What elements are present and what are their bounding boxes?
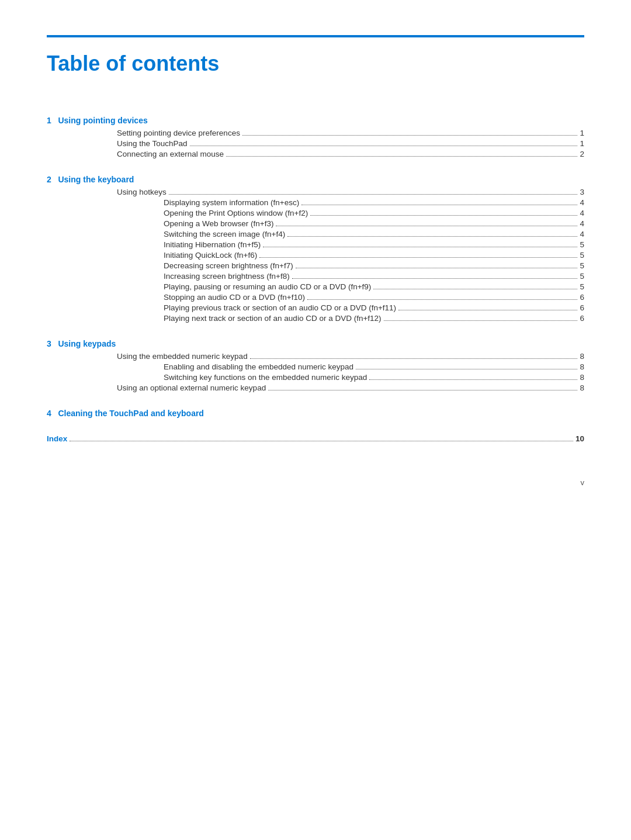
toc-label: Displaying system information (fn+esc) — [164, 198, 299, 207]
toc-dots — [259, 257, 577, 258]
toc-page: 5 — [580, 261, 584, 270]
section-4-title: Cleaning the TouchPad and keyboard — [58, 409, 203, 418]
toc-dots — [373, 289, 577, 289]
toc-entry[interactable]: Initiating QuickLock (fn+f6) 5 — [47, 251, 584, 260]
toc-dots — [369, 379, 577, 380]
toc-page: 8 — [580, 352, 584, 361]
index-page: 10 — [575, 434, 584, 443]
toc-page: 6 — [580, 293, 584, 302]
toc-dots — [398, 310, 577, 310]
toc-label: Using an optional external numeric keypa… — [117, 383, 266, 392]
toc-dots — [276, 226, 577, 226]
toc-dots — [263, 247, 577, 247]
toc-dots — [310, 215, 577, 216]
toc-dots — [226, 156, 577, 157]
toc-entry[interactable]: Using the TouchPad 1 — [47, 139, 584, 148]
toc-entry[interactable]: Playing, pausing or resuming an audio CD… — [47, 282, 584, 291]
toc-page: 6 — [580, 303, 584, 312]
toc-dots — [384, 320, 578, 321]
toc-dots — [287, 236, 577, 237]
toc-entry[interactable]: Using the embedded numeric keypad 8 — [47, 352, 584, 361]
index-entry[interactable]: Index 10 — [47, 434, 584, 443]
toc-label: Using hotkeys — [117, 188, 167, 196]
toc-label: Stopping an audio CD or a DVD (fn+f10) — [164, 293, 305, 302]
toc-page: 1 — [580, 129, 584, 137]
footer-page-number: v — [581, 478, 585, 487]
toc-label: Opening a Web browser (fn+f3) — [164, 219, 273, 228]
section-3-heading[interactable]: 3 Using keypads — [47, 339, 584, 348]
toc-label: Increasing screen brightness (fn+f8) — [164, 272, 290, 281]
toc-dots — [296, 268, 578, 268]
toc-page: 3 — [580, 188, 584, 196]
toc-page: 6 — [580, 314, 584, 323]
toc-page: 2 — [580, 150, 584, 158]
toc-label: Switching key functions on the embedded … — [164, 373, 367, 382]
toc-label: Using the TouchPad — [117, 139, 188, 148]
index-label: Index — [47, 434, 67, 443]
section-2-title: Using the keyboard — [58, 175, 134, 184]
toc-label: Connecting an external mouse — [117, 150, 224, 158]
toc-page: 5 — [580, 240, 584, 249]
toc-label: Enabling and disabling the embedded nume… — [164, 362, 353, 371]
toc-dots — [301, 205, 577, 205]
toc-label: Playing next track or section of an audi… — [164, 314, 382, 323]
section-2-heading[interactable]: 2 Using the keyboard — [47, 175, 584, 184]
toc-entry[interactable]: Enabling and disabling the embedded nume… — [47, 362, 584, 371]
toc-dots — [356, 369, 578, 369]
toc-page: 5 — [580, 251, 584, 260]
toc-entry[interactable]: Opening a Web browser (fn+f3) 4 — [47, 219, 584, 228]
toc-label: Using the embedded numeric keypad — [117, 352, 248, 361]
toc-page: 5 — [580, 272, 584, 281]
toc-page: 4 — [580, 198, 584, 207]
toc-dots — [190, 146, 578, 146]
section-3-number: 3 — [47, 339, 51, 348]
toc-entry[interactable]: Increasing screen brightness (fn+f8) 5 — [47, 272, 584, 281]
toc-label: Decreasing screen brightness (fn+f7) — [164, 261, 293, 270]
toc-section-2: 2 Using the keyboard Using hotkeys 3 Dis… — [47, 175, 584, 323]
toc-page: 4 — [580, 209, 584, 217]
toc-label: Playing, pausing or resuming an audio CD… — [164, 282, 371, 291]
toc-page: 8 — [580, 383, 584, 392]
toc-entry[interactable]: Switching the screen image (fn+f4) 4 — [47, 230, 584, 238]
toc-page: 8 — [580, 362, 584, 371]
toc-label: Setting pointing device preferences — [117, 129, 240, 137]
toc-section-3: 3 Using keypads Using the embedded numer… — [47, 339, 584, 392]
toc-page: 4 — [580, 230, 584, 238]
toc-entry[interactable]: Playing previous track or section of an … — [47, 303, 584, 312]
section-1-number: 1 — [47, 116, 51, 125]
toc-dots — [307, 299, 577, 300]
toc-entry[interactable]: Switching key functions on the embedded … — [47, 373, 584, 382]
toc-page: 4 — [580, 219, 584, 228]
toc-entry[interactable]: Playing next track or section of an audi… — [47, 314, 584, 323]
toc-label: Initiating QuickLock (fn+f6) — [164, 251, 257, 260]
toc-entry[interactable]: Using an optional external numeric keypa… — [47, 383, 584, 392]
toc-section-4: 4 Cleaning the TouchPad and keyboard — [47, 409, 584, 418]
toc-page: 5 — [580, 282, 584, 291]
toc-label: Initiating Hibernation (fn+f5) — [164, 240, 261, 249]
page-title: Table of contents — [47, 51, 584, 81]
toc-entry[interactable]: Opening the Print Options window (fn+f2)… — [47, 209, 584, 217]
toc-entry[interactable]: Initiating Hibernation (fn+f5) 5 — [47, 240, 584, 249]
toc-dots — [250, 358, 578, 359]
toc-dots — [169, 194, 578, 195]
section-4-heading[interactable]: 4 Cleaning the TouchPad and keyboard — [47, 409, 584, 418]
toc-entry[interactable]: Decreasing screen brightness (fn+f7) 5 — [47, 261, 584, 270]
page-footer: v — [47, 478, 584, 487]
toc-label: Switching the screen image (fn+f4) — [164, 230, 285, 238]
top-border-line — [47, 35, 584, 37]
toc-dots — [292, 278, 578, 279]
section-1-heading[interactable]: 1 Using pointing devices — [47, 116, 584, 125]
toc-dots — [242, 135, 578, 136]
toc-entry[interactable]: Displaying system information (fn+esc) 4 — [47, 198, 584, 207]
toc-page: 1 — [580, 139, 584, 148]
toc-label: Playing previous track or section of an … — [164, 303, 396, 312]
toc-label: Opening the Print Options window (fn+f2) — [164, 209, 308, 217]
toc-entry[interactable]: Setting pointing device preferences 1 — [47, 129, 584, 137]
toc-section-1: 1 Using pointing devices Setting pointin… — [47, 116, 584, 158]
toc-entry[interactable]: Using hotkeys 3 — [47, 188, 584, 196]
toc-entry[interactable]: Connecting an external mouse 2 — [47, 150, 584, 158]
page-container: Table of contents 1 Using pointing devic… — [47, 35, 584, 487]
section-2-number: 2 — [47, 175, 51, 184]
index-dots — [70, 441, 573, 441]
toc-entry[interactable]: Stopping an audio CD or a DVD (fn+f10) 6 — [47, 293, 584, 302]
